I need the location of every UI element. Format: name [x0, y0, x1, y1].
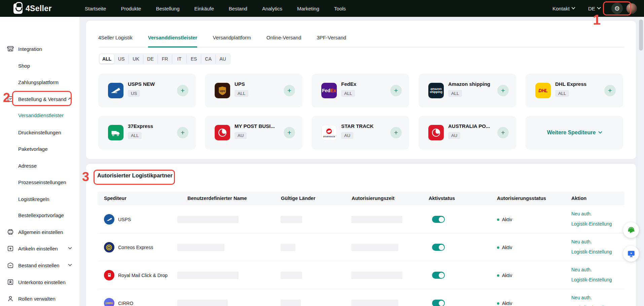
- nav-einkaeufe[interactable]: Einkäufe: [187, 6, 221, 11]
- add-carrier-button[interactable]: +: [284, 85, 295, 96]
- active-toggle[interactable]: [432, 216, 445, 223]
- nav-produkte[interactable]: Produkte: [113, 6, 148, 11]
- person-icon: [7, 295, 14, 302]
- nav-marketing[interactable]: Marketing: [290, 6, 327, 11]
- add-carrier-button[interactable]: +: [604, 85, 616, 96]
- page-scrollbar-thumb[interactable]: [639, 20, 643, 50]
- chevron-down-icon: [68, 263, 72, 266]
- status-dot-icon: [497, 302, 499, 305]
- nav-startseite[interactable]: Startseite: [77, 6, 113, 11]
- sidebar-item-label: Artikeln einstellen: [18, 246, 58, 251]
- country-filter-uk[interactable]: UK: [129, 54, 143, 64]
- sidebar-item-bestand-einstellen[interactable]: Bestand einstellen: [0, 261, 79, 270]
- logistik-einstellung-link[interactable]: Logistik-Einstellung: [571, 221, 612, 227]
- sidebar-item-unterkonto-einstellen[interactable]: Unterkonto einstellen: [0, 277, 79, 287]
- neu-auth-link[interactable]: Neu auth.: [571, 295, 592, 300]
- logistik-einstellung-link[interactable]: Logistik-Einstellung: [571, 277, 612, 282]
- nav-bestellung[interactable]: Bestellung: [148, 6, 187, 11]
- country-filter-es[interactable]: ES: [186, 54, 201, 64]
- active-toggle[interactable]: [432, 300, 445, 306]
- country-filter-us[interactable]: US: [114, 54, 129, 64]
- nav-tools[interactable]: Tools: [327, 6, 353, 11]
- sidebar-item-prozesseinstellungen[interactable]: Prozesseinstellungen: [0, 177, 79, 187]
- sidebar: Integration Shop Zahlungsplattform Beste…: [0, 17, 79, 306]
- sidebar-item-integration[interactable]: Integration: [0, 44, 79, 54]
- tab-4seller-logistik[interactable]: 4Seller Logistik: [98, 29, 133, 47]
- user-avatar[interactable]: [626, 3, 637, 14]
- settings-button[interactable]: ⚙: [611, 3, 623, 14]
- sidebar-item-bestellung-versand[interactable]: Bestellung & Versand: [0, 94, 79, 104]
- auspost-logo: [428, 125, 444, 140]
- sidebar-item-bestellexportvorlage[interactable]: Bestellexportvorlage: [0, 210, 79, 220]
- inventory-icon: [7, 262, 14, 269]
- carrier-region-tag: ALL: [235, 90, 248, 97]
- country-filter-ca[interactable]: CA: [201, 54, 215, 64]
- nav-bestand[interactable]: Bestand: [221, 6, 255, 11]
- neu-auth-link[interactable]: Neu auth.: [571, 239, 592, 244]
- add-carrier-button[interactable]: +: [390, 85, 402, 96]
- app-logo[interactable]: 4Seller: [13, 0, 52, 17]
- nav-analytics[interactable]: Analytics: [255, 6, 290, 11]
- sidebar-item-label: Versanddienstleister: [18, 112, 64, 118]
- table-row-usps: USPS Aktiv Neu auth. Logistik-Einstellun…: [98, 205, 624, 233]
- auth-status: Aktiv: [497, 301, 512, 306]
- carrier-region-tag: AU: [341, 132, 353, 139]
- sidebar-item-shop[interactable]: Shop: [0, 61, 79, 70]
- neu-auth-link[interactable]: Neu auth.: [571, 267, 592, 272]
- carrier-name: AUSTRALIA PO...: [448, 123, 490, 129]
- support-chat-button[interactable]: [623, 222, 639, 238]
- sidebar-item-adresse[interactable]: Adresse: [0, 161, 79, 170]
- row-carrier-name: CIRRO: [118, 301, 133, 306]
- tab-3pf-versand[interactable]: 3PF-Versand: [317, 29, 346, 47]
- tab-versandplattform[interactable]: Versandplattform: [213, 29, 251, 47]
- auth-status: Aktiv: [497, 245, 512, 250]
- col-autorisierungsstatus: Autorisierungsstatus: [497, 196, 546, 201]
- add-carrier-button[interactable]: +: [497, 85, 509, 96]
- country-filter-fr[interactable]: FR: [157, 54, 172, 64]
- row-carrier-name: USPS: [118, 217, 131, 222]
- add-carrier-button[interactable]: +: [177, 127, 188, 138]
- neu-auth-link[interactable]: Neu auth.: [571, 211, 592, 216]
- add-carrier-button[interactable]: +: [177, 85, 188, 96]
- add-carrier-button[interactable]: +: [284, 127, 295, 138]
- country-filter-all[interactable]: ALL: [100, 54, 114, 64]
- logistik-einstellung-link[interactable]: Logistik-Einstellung: [571, 249, 612, 254]
- status-dot-icon: [497, 218, 499, 221]
- language-selector[interactable]: DE: [588, 0, 600, 17]
- chevron-down-icon: [599, 130, 602, 134]
- sidebar-item-logistikregeln[interactable]: Logistikregeln: [0, 194, 79, 204]
- sidebar-item-artikeln-einstellen[interactable]: Artikeln einstellen: [0, 244, 79, 253]
- table-header: Spediteur Benutzerdefinierter Name Gülti…: [98, 192, 624, 205]
- sidebar-item-label: Rollen verwalten: [18, 296, 56, 302]
- carrier-card-ups: ups UPS ALL +: [205, 74, 302, 107]
- country-filter-it[interactable]: IT: [172, 54, 186, 64]
- sidebar-item-paketvorlage[interactable]: Paketvorlage: [0, 144, 79, 154]
- country-filter-de[interactable]: DE: [143, 54, 157, 64]
- tab-versanddienstleister[interactable]: Versanddienstleister: [148, 29, 198, 47]
- sidebar-item-allgemein-einstellen[interactable]: Allgemein einstellen: [0, 227, 79, 237]
- add-carrier-button[interactable]: +: [497, 127, 509, 138]
- more-carriers-button[interactable]: Weitere Spediteure: [526, 116, 623, 149]
- amazon-shipping-logo: amazon shipping: [428, 83, 444, 98]
- sidebar-item-label: Bestand einstellen: [18, 263, 60, 268]
- sidebar-item-rollen-verwalten[interactable]: Rollen verwalten: [0, 294, 79, 303]
- kontakt-menu[interactable]: Kontakt: [552, 0, 575, 17]
- sidebar-item-versanddienstleister[interactable]: Versanddienstleister: [0, 110, 79, 120]
- country-filter-au[interactable]: AU: [215, 54, 230, 64]
- printer-icon: [7, 228, 14, 236]
- page-scrollbar-track[interactable]: [638, 17, 644, 306]
- redacted-custom-name: [177, 272, 239, 279]
- sidebar-item-druckeinstellungen[interactable]: Druckeinstellungen: [0, 128, 79, 137]
- video-help-button[interactable]: [623, 246, 639, 262]
- active-toggle[interactable]: [432, 244, 445, 251]
- col-spediteur: Spediteur: [104, 196, 127, 201]
- tab-online-versand[interactable]: Online-Versand: [266, 29, 301, 47]
- sidebar-item-label: Paketvorlage: [18, 146, 48, 152]
- headset-chat-icon: [627, 226, 636, 235]
- active-toggle[interactable]: [432, 272, 445, 279]
- storefront-icon: [7, 45, 14, 53]
- carrier-name: DHL Express: [555, 81, 586, 87]
- sidebar-item-zahlungsplattform[interactable]: Zahlungsplattform: [0, 77, 79, 87]
- carrier-name: USPS NEW: [128, 81, 155, 87]
- add-carrier-button[interactable]: +: [390, 127, 402, 138]
